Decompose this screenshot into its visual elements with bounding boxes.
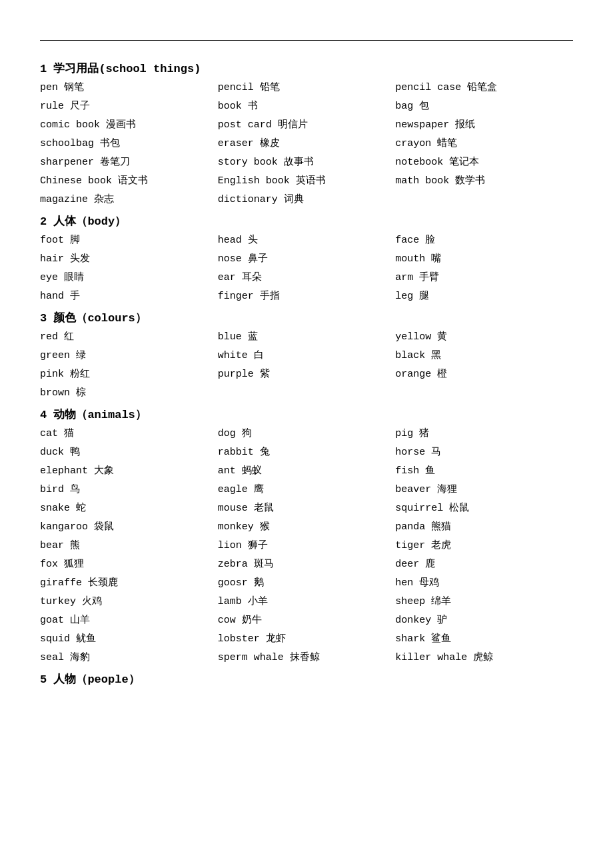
word-item [395, 192, 573, 208]
word-item: yellow 黄 [395, 329, 573, 345]
word-item: zebra 斑马 [218, 557, 396, 573]
word-item: rule 尺子 [40, 99, 218, 115]
word-grid-school-things: pen 钢笔pencil 铅笔pencil case 铅笔盒rule 尺子boo… [40, 80, 573, 208]
word-item: sperm whale 抹香鲸 [218, 650, 396, 666]
word-item: panda 熊猫 [395, 519, 573, 535]
word-item: pig 猪 [395, 426, 573, 442]
word-item: rabbit 兔 [218, 445, 396, 461]
word-item: sheep 绵羊 [395, 594, 573, 610]
word-item: cow 奶牛 [218, 613, 396, 629]
word-item: notebook 笔记本 [395, 155, 573, 171]
word-item: mouse 老鼠 [218, 501, 396, 517]
section-header-body: 2 人体（body） [40, 213, 573, 229]
word-item: math book 数学书 [395, 173, 573, 189]
word-item: head 头 [218, 233, 396, 249]
word-item: brown 棕 [40, 385, 218, 401]
word-item: eraser 橡皮 [218, 136, 396, 152]
word-item: comic book 漫画书 [40, 117, 218, 133]
word-item: pencil case 铅笔盒 [395, 80, 573, 96]
word-item: ant 蚂蚁 [218, 463, 396, 479]
word-item: mouth 嘴 [395, 251, 573, 267]
word-grid-animals: cat 猫dog 狗pig 猪duck 鸭rabbit 兔horse 马elep… [40, 426, 573, 666]
word-item: dog 狗 [218, 426, 396, 442]
word-item: post card 明信片 [218, 117, 396, 133]
word-item: lobster 龙虾 [218, 631, 396, 647]
word-item: hen 母鸡 [395, 575, 573, 591]
word-item: bird 鸟 [40, 482, 218, 498]
word-item: leg 腿 [395, 289, 573, 305]
word-item: sharpener 卷笔刀 [40, 155, 218, 171]
word-item: squid 鱿鱼 [40, 631, 218, 647]
word-item: face 脸 [395, 233, 573, 249]
word-item: snake 蛇 [40, 501, 218, 517]
word-item: pencil 铅笔 [218, 80, 396, 96]
word-item: fish 鱼 [395, 463, 573, 479]
section-header-school-things: 1 学习用品(school things) [40, 61, 573, 76]
word-item: black 黑 [395, 348, 573, 364]
word-item: bag 包 [395, 99, 573, 115]
content-area: 1 学习用品(school things)pen 钢笔pencil 铅笔penc… [40, 61, 573, 687]
word-item: pen 钢笔 [40, 80, 218, 96]
section-header-people: 5 人物（people） [40, 671, 573, 687]
word-item: arm 手臂 [395, 270, 573, 286]
word-grid-body: foot 脚head 头face 脸hair 头发nose 鼻子mouth 嘴e… [40, 233, 573, 305]
word-item: dictionary 词典 [218, 192, 396, 208]
word-item: story book 故事书 [218, 155, 396, 171]
word-item: Chinese book 语文书 [40, 173, 218, 189]
word-item: tiger 老虎 [395, 538, 573, 554]
word-item: monkey 猴 [218, 519, 396, 535]
word-item: donkey 驴 [395, 613, 573, 629]
word-item: crayon 蜡笔 [395, 136, 573, 152]
word-item: hand 手 [40, 289, 218, 305]
word-item: foot 脚 [40, 233, 218, 249]
word-item: finger 手指 [218, 289, 396, 305]
word-item: goosr 鹅 [218, 575, 396, 591]
word-item: lamb 小羊 [218, 594, 396, 610]
word-item: beaver 海狸 [395, 482, 573, 498]
word-item: bear 熊 [40, 538, 218, 554]
word-item [395, 385, 573, 401]
word-item: ear 耳朵 [218, 270, 396, 286]
word-grid-colours: red 红blue 蓝yellow 黄green 绿white 白black 黑… [40, 329, 573, 401]
word-item: red 红 [40, 329, 218, 345]
word-item: purple 紫 [218, 367, 396, 383]
word-item: cat 猫 [40, 426, 218, 442]
word-item: turkey 火鸡 [40, 594, 218, 610]
word-item: elephant 大象 [40, 463, 218, 479]
word-item: newspaper 报纸 [395, 117, 573, 133]
word-item [218, 385, 396, 401]
word-item: shark 鲨鱼 [395, 631, 573, 647]
word-item: green 绿 [40, 348, 218, 364]
word-item: giraffe 长颈鹿 [40, 575, 218, 591]
word-item: blue 蓝 [218, 329, 396, 345]
word-item: kangaroo 袋鼠 [40, 519, 218, 535]
word-item: magazine 杂志 [40, 192, 218, 208]
word-item: English book 英语书 [218, 173, 396, 189]
word-item: eye 眼睛 [40, 270, 218, 286]
section-header-colours: 3 颜色（colours） [40, 310, 573, 325]
word-item: pink 粉红 [40, 367, 218, 383]
word-item: deer 鹿 [395, 557, 573, 573]
word-item: seal 海豹 [40, 650, 218, 666]
word-item: book 书 [218, 99, 396, 115]
word-item: duck 鸭 [40, 445, 218, 461]
word-item: horse 马 [395, 445, 573, 461]
word-item: eagle 鹰 [218, 482, 396, 498]
word-item: killer whale 虎鲸 [395, 650, 573, 666]
top-border [40, 40, 573, 41]
section-header-animals: 4 动物（animals） [40, 407, 573, 422]
word-item: fox 狐狸 [40, 557, 218, 573]
word-item: squirrel 松鼠 [395, 501, 573, 517]
word-item: white 白 [218, 348, 396, 364]
word-item: hair 头发 [40, 251, 218, 267]
word-item: orange 橙 [395, 367, 573, 383]
word-item: goat 山羊 [40, 613, 218, 629]
word-item: schoolbag 书包 [40, 136, 218, 152]
word-item: nose 鼻子 [218, 251, 396, 267]
word-item: lion 狮子 [218, 538, 396, 554]
